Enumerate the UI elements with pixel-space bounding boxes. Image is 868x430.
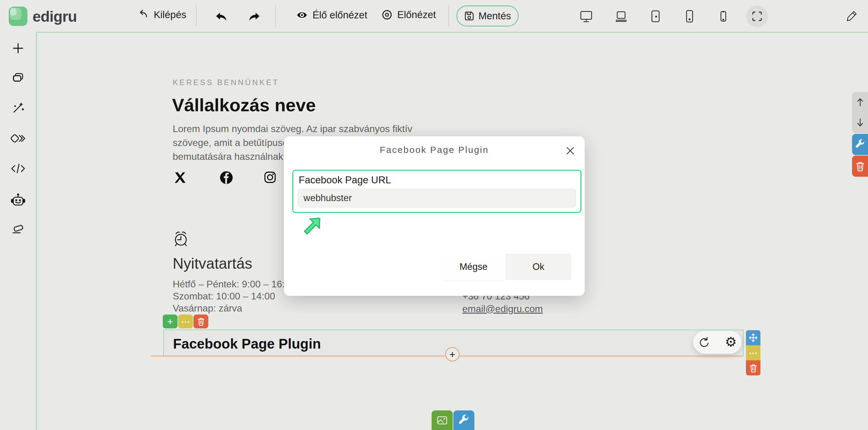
block-add-button[interactable]: + [163,315,178,328]
laptop-icon [614,9,628,23]
intro-line: Lorem Ipsum nyomdai szöveg. Az ipar szab… [173,122,412,136]
facebook-url-input[interactable] [298,189,576,207]
plugin-section-title: Facebook Page Plugin [173,336,321,352]
delete-block-button[interactable] [746,360,761,375]
brand-name: edigru [33,8,77,25]
assistant-robot-button[interactable] [8,190,28,209]
device-phone-button[interactable] [680,7,699,26]
hours-heading[interactable]: Nyitvatartás [173,255,252,272]
undo-icon [215,10,228,24]
x-logo-icon [174,171,187,184]
divider [196,5,196,27]
ellipsis-icon: … [749,346,758,356]
code-button[interactable] [8,159,28,178]
canvas-border-left [36,32,37,430]
social-instagram-button[interactable] [262,171,278,184]
hours-line: Szombat: 10:00 – 14:00 [173,290,296,302]
exit-label: Kilépés [154,9,186,21]
eye-outline-icon [381,9,393,21]
block-more-button[interactable]: … [178,315,193,328]
plus-icon [11,41,25,55]
phone-icon [682,9,696,23]
pencil-icon [845,9,859,23]
section-eyebrow[interactable]: KERESS BENNÜNKET [173,78,279,87]
hours-list[interactable]: Hétfő – Péntek: 9:00 – 16:00 Szombat: 10… [173,278,296,314]
exit-arrow-icon [137,9,150,21]
cancel-button[interactable]: Mégse [443,254,504,280]
trash-icon [197,317,205,326]
trash-icon [749,364,757,372]
save-button[interactable]: Mentés [456,5,519,27]
redo-button[interactable] [246,10,263,24]
image-icon [436,414,448,426]
business-name-heading[interactable]: Vállalkozás neve [172,95,316,115]
wrench-icon [458,414,470,426]
canvas-border-top [36,32,868,33]
transitions-button[interactable] [8,129,28,148]
instagram-icon [264,171,276,184]
facebook-plugin-modal: Facebook Page Plugin Facebook Page URL M… [284,136,585,296]
eraser-icon [10,223,26,236]
desktop-icon [579,9,593,23]
preview-button[interactable]: Előnézet [379,8,438,21]
media-button[interactable] [432,410,453,430]
live-preview-label: Élő előnézet [313,9,367,21]
trash-icon [855,161,865,171]
email-link[interactable]: email@edigru.com [462,303,543,315]
social-facebook-button[interactable] [217,170,236,185]
gear-icon: ⚙ [725,334,737,349]
redo-icon [248,10,261,24]
section-delete-button[interactable] [852,155,868,177]
more-block-button[interactable]: … [746,345,761,360]
insert-section-button[interactable]: + [445,347,460,362]
modal-title: Facebook Page Plugin [284,145,585,155]
divider [448,5,449,27]
fullscreen-button[interactable] [746,5,768,27]
preview-label: Előnézet [397,9,436,21]
pages-button[interactable] [8,68,28,88]
topbar: edigru Kilépés [0,0,868,33]
move-down-button[interactable] [852,113,868,133]
device-desktop-button[interactable] [577,7,596,26]
tools-button[interactable] [453,410,474,430]
app: edigru Kilépés [0,0,868,430]
ok-button[interactable]: Ok [505,254,571,280]
close-icon [565,146,575,156]
save-floppy-icon [464,10,475,21]
refresh-icon [698,336,710,349]
eye-filled-icon [296,9,308,21]
reorder-panel [852,92,868,133]
logo-layer [10,8,17,16]
ellipsis-icon: … [181,315,190,325]
modal-close-button[interactable] [564,144,577,157]
section-settings-button[interactable] [852,134,868,155]
magic-wand-button[interactable] [8,98,28,118]
plugin-tools-pill: ⚙ [693,331,741,354]
save-label: Mentés [478,10,511,22]
move-block-button[interactable] [746,330,761,345]
phone-small-icon [716,9,730,23]
edit-pencil-button[interactable] [843,9,861,24]
hours-line: Hétfő – Péntek: 9:00 – 16:00 [173,278,296,290]
device-phone-small-button[interactable] [713,7,733,26]
edigru-logo-icon[interactable] [9,7,27,26]
live-preview-button[interactable]: Élő előnézet [294,8,369,22]
undo-button[interactable] [213,10,230,24]
add-element-button[interactable] [8,38,28,58]
refresh-button[interactable] [696,336,712,349]
exit-button[interactable]: Kilépés [135,8,188,21]
facebook-icon [219,170,234,185]
alarm-clock-icon[interactable] [172,230,190,248]
block-delete-button[interactable] [193,315,208,328]
magic-wand-icon [11,101,25,115]
device-laptop-button[interactable] [612,7,631,26]
device-tablet-button[interactable] [646,7,665,26]
social-x-button[interactable] [172,171,188,184]
eraser-button[interactable] [8,220,28,239]
hours-line: Vasárnap: zárva [173,302,296,314]
settings-button[interactable]: ⚙ [723,334,738,351]
robot-icon [10,192,26,207]
transitions-icon [10,131,26,146]
pages-icon [11,71,25,85]
move-up-button[interactable] [852,92,868,113]
